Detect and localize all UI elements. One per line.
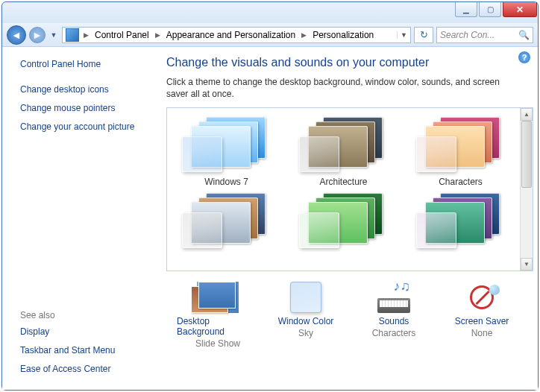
theme-item[interactable] bbox=[172, 190, 281, 253]
theme-thumbnail bbox=[182, 114, 271, 174]
option-label: Sounds bbox=[379, 316, 409, 326]
theme-thumbnail bbox=[299, 190, 389, 250]
theme-thumbnail bbox=[182, 190, 271, 250]
control-panel-home-link[interactable]: Control Panel Home bbox=[20, 59, 151, 69]
maximize-button[interactable] bbox=[479, 2, 501, 17]
ease-of-access-link[interactable]: Ease of Access Center bbox=[20, 364, 151, 374]
control-panel-icon bbox=[66, 28, 79, 42]
sounds-option[interactable]: ♪♫ Sounds Characters bbox=[353, 282, 435, 349]
change-account-picture-link[interactable]: Change your account picture bbox=[20, 121, 151, 132]
personalization-window: ◄ ► ▼ ▶ Control Panel ▶ Appearance and P… bbox=[1, 1, 539, 391]
screen-saver-option[interactable]: Screen Saver None bbox=[441, 282, 523, 349]
help-icon[interactable]: ? bbox=[518, 51, 530, 63]
change-mouse-pointers-link[interactable]: Change mouse pointers bbox=[20, 103, 151, 113]
desktop-background-icon bbox=[197, 282, 239, 313]
theme-label: Windows 7 bbox=[204, 177, 248, 187]
breadcrumb-category[interactable]: Appearance and Personalization bbox=[162, 30, 300, 40]
scroll-down-button[interactable]: ▼ bbox=[521, 258, 533, 271]
theme-label: Characters bbox=[439, 177, 483, 187]
change-desktop-icons-link[interactable]: Change desktop icons bbox=[20, 84, 151, 95]
option-label: Window Color bbox=[278, 316, 334, 326]
forward-button[interactable]: ► bbox=[29, 27, 45, 43]
search-icon: 🔍 bbox=[518, 30, 530, 40]
scroll-track[interactable] bbox=[521, 121, 533, 258]
address-bar[interactable]: ▶ Control Panel ▶ Appearance and Persona… bbox=[62, 27, 411, 43]
screen-saver-icon bbox=[464, 282, 500, 313]
back-button[interactable]: ◄ bbox=[7, 25, 26, 45]
taskbar-start-menu-link[interactable]: Taskbar and Start Menu bbox=[20, 345, 151, 355]
window-color-icon bbox=[290, 282, 321, 313]
chevron-right-icon[interactable]: ▶ bbox=[300, 31, 308, 39]
theme-item[interactable]: Architecture bbox=[289, 114, 398, 187]
theme-thumbnail bbox=[416, 190, 506, 250]
minimize-button[interactable] bbox=[455, 2, 477, 17]
scroll-thumb[interactable] bbox=[521, 121, 532, 188]
option-value: Sky bbox=[298, 328, 313, 338]
theme-item[interactable] bbox=[289, 190, 398, 253]
desktop-background-option[interactable]: Desktop Background Slide Show bbox=[177, 282, 259, 349]
chevron-right-icon[interactable]: ▶ bbox=[82, 31, 90, 39]
option-label: Screen Saver bbox=[455, 316, 509, 326]
window-color-option[interactable]: Window Color Sky bbox=[265, 282, 347, 349]
titlebar bbox=[2, 2, 538, 23]
chevron-right-icon[interactable]: ▶ bbox=[154, 31, 162, 39]
option-value: None bbox=[471, 328, 493, 338]
breadcrumb-leaf[interactable]: Personalization bbox=[308, 30, 378, 40]
sounds-icon: ♪♫ bbox=[376, 282, 412, 313]
themes-panel: Windows 7 Architecture Characters ▲ ▼ bbox=[166, 107, 533, 271]
display-link[interactable]: Display bbox=[20, 326, 151, 337]
search-input[interactable]: Search Con... 🔍 bbox=[436, 27, 533, 43]
option-label: Desktop Background bbox=[177, 316, 259, 337]
navigation-bar: ◄ ► ▼ ▶ Control Panel ▶ Appearance and P… bbox=[2, 23, 538, 47]
theme-thumbnail bbox=[299, 114, 389, 174]
scroll-up-button[interactable]: ▲ bbox=[521, 108, 533, 121]
option-value: Characters bbox=[372, 328, 416, 338]
theme-item[interactable] bbox=[406, 190, 515, 253]
theme-thumbnail bbox=[416, 114, 506, 174]
address-dropdown[interactable]: ▼ bbox=[397, 31, 410, 39]
theme-label: Architecture bbox=[319, 177, 367, 187]
refresh-button[interactable]: ↻ bbox=[414, 27, 433, 43]
page-title: Change the visuals and sounds on your co… bbox=[166, 56, 533, 69]
theme-item[interactable]: Windows 7 bbox=[172, 114, 281, 187]
see-also-heading: See also bbox=[20, 310, 151, 320]
recent-pages-dropdown[interactable]: ▼ bbox=[48, 31, 59, 39]
main-content: ? Change the visuals and sounds on your … bbox=[159, 47, 538, 390]
search-placeholder: Search Con... bbox=[440, 30, 495, 40]
scrollbar[interactable]: ▲ ▼ bbox=[520, 108, 533, 271]
option-value: Slide Show bbox=[195, 338, 240, 349]
page-description: Click a theme to change the desktop back… bbox=[166, 77, 533, 100]
theme-item[interactable]: Characters bbox=[406, 114, 515, 187]
options-row: Desktop Background Slide Show Window Col… bbox=[166, 271, 533, 349]
breadcrumb-root[interactable]: Control Panel bbox=[90, 30, 154, 40]
sidebar: Control Panel Home Change desktop icons … bbox=[2, 47, 159, 390]
close-button[interactable] bbox=[503, 2, 537, 17]
